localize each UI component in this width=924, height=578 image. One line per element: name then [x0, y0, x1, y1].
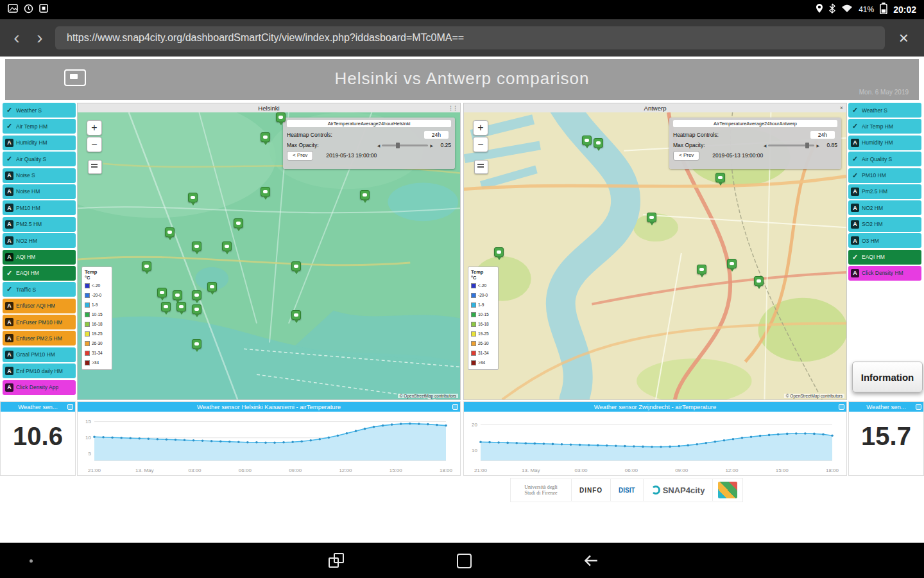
legend-item: 16-18 — [85, 319, 109, 329]
layer-button-o3-hm[interactable]: AO3 HM — [848, 233, 921, 248]
helsinki-widget-title: Helsinki — [258, 105, 279, 112]
layer-button-noise-hm[interactable]: ANoise HM — [3, 184, 76, 199]
opacity-slider-handle[interactable] — [396, 143, 400, 148]
layer-button-air-quality-s[interactable]: ✓Air Quality S — [3, 152, 76, 166]
layer-button-graal-pm10-hm[interactable]: AGraal PM10 HM — [3, 347, 76, 362]
battery-icon — [880, 3, 887, 17]
legend-item: 26-30 — [85, 338, 109, 348]
expand-icon[interactable] — [67, 404, 73, 410]
layer-button-click-density-app[interactable]: AClick Density App — [3, 380, 76, 395]
svg-text:15: 15 — [85, 419, 91, 425]
layer-button-pm2-5-hm[interactable]: APm2.5 HM — [848, 184, 921, 199]
expand-icon[interactable] — [839, 404, 844, 410]
antwerp-metric-header[interactable]: Weather sen... — [849, 402, 923, 412]
layer-button-pm2-5-hm[interactable]: APM2.5 HM — [3, 217, 76, 232]
antwerp-temperature-value: 15.7 — [849, 422, 923, 451]
slider-left-icon[interactable]: ◀ — [377, 143, 381, 148]
layer-button-enfuser-aqi-hm[interactable]: AEnfuser AQI HM — [3, 299, 76, 313]
layer-button-eaqi-hm[interactable]: ✓EAQI HM — [848, 250, 921, 265]
check-icon: ✓ — [5, 122, 13, 130]
browser-back-icon[interactable]: ‹ — [9, 25, 24, 51]
layer-button-humidity-hm[interactable]: AHumidity HM — [848, 136, 921, 150]
check-icon: ✓ — [851, 171, 859, 180]
check-icon: ✓ — [851, 155, 859, 163]
home-icon[interactable] — [457, 554, 472, 568]
heatmap-period-select[interactable]: 24h — [810, 131, 835, 139]
helsinki-chart-header[interactable]: Weather sensor Helsinki Kaisaniemi - air… — [78, 402, 460, 412]
helsinki-metric-header[interactable]: Weather sen... — [1, 402, 75, 412]
antwerp-chart-body[interactable]: 102021:0013. May03:0006:0009:0012:0015:0… — [464, 412, 846, 475]
layer-button-eaqi-hm[interactable]: ✓EAQI HM — [3, 266, 76, 281]
expand-icon[interactable] — [452, 404, 458, 410]
zoom-out-button[interactable]: − — [87, 137, 102, 152]
max-opacity-label: Max Opacity: — [673, 142, 705, 148]
expand-icon[interactable] — [916, 404, 921, 410]
layer-button-no2-hm[interactable]: ANO2 HM — [3, 233, 76, 248]
opacity-slider[interactable]: ◀ ▶ — [377, 143, 433, 148]
legend-swatch — [85, 283, 90, 288]
android-status-bar: 41% 20:02 — [0, 0, 924, 19]
check-icon: ✓ — [851, 122, 859, 130]
layers-button[interactable] — [88, 160, 102, 174]
layer-button-humidity-hm[interactable]: AHumidity HM — [3, 136, 76, 150]
information-button[interactable]: Information — [852, 362, 923, 392]
legend-title: Temp — [85, 269, 109, 275]
layer-button-traffic-s[interactable]: ✓Traffic S — [3, 282, 76, 297]
layer-button-air-quality-s[interactable]: ✓Air Quality S — [848, 152, 921, 166]
layer-button-pm10-hm[interactable]: ✓PM10 HM — [848, 168, 921, 183]
prev-button[interactable]: < Prev — [287, 151, 313, 161]
helsinki-chart-body[interactable]: 5101521:0013. May03:0006:0009:0012:0015:… — [78, 412, 460, 475]
letter-a-icon: A — [5, 334, 13, 342]
close-icon[interactable]: × — [840, 103, 843, 112]
layer-button-enf-pm10-daily-hm[interactable]: AEnf PM10 daily HM — [3, 363, 76, 378]
layer-button-noise-s[interactable]: ANoise S — [3, 168, 76, 183]
zoom-in-button[interactable]: + — [473, 120, 488, 136]
zoom-in-button[interactable]: + — [87, 120, 102, 136]
legend-swatch — [471, 360, 476, 365]
slider-right-icon[interactable]: ▶ — [430, 143, 433, 148]
dashboard-header: Helsinki vs Antwerp comparison Mon. 6 Ma… — [5, 59, 919, 100]
heatmap-period-select[interactable]: 24h — [424, 131, 449, 139]
layer-label: Weather S — [16, 107, 42, 114]
zoom-out-button[interactable]: − — [473, 137, 488, 152]
back-icon[interactable] — [583, 552, 599, 569]
opacity-slider-track[interactable] — [382, 144, 428, 146]
legend-item: 16-18 — [471, 319, 495, 329]
layer-button-aqi-hm[interactable]: AAQI HM — [3, 250, 76, 265]
legend-title: Temp — [471, 269, 495, 275]
drag-handle-icon[interactable]: ⋮⋮ — [448, 103, 457, 112]
layer-button-pm10-hm[interactable]: APM10 HM — [3, 200, 76, 215]
browser-close-icon[interactable]: × — [893, 28, 915, 48]
layer-button-enfuser-pm2-5-hm[interactable]: AEnfuser PM2.5 HM — [3, 331, 76, 346]
layer-button-click-density-hm[interactable]: AClick Density HM — [848, 266, 921, 281]
layer-label: PM10 HM — [862, 172, 886, 179]
layer-button-air-temp-hm[interactable]: ✓Air Temp HM — [3, 119, 76, 134]
layer-button-so2-hm[interactable]: ASO2 HM — [848, 217, 921, 232]
slider-right-icon[interactable]: ▶ — [816, 143, 819, 148]
antwerp-widget-header[interactable]: Antwerp × — [464, 103, 846, 112]
legend-label: -20-0 — [478, 293, 488, 297]
layer-button-weather-s[interactable]: ✓Weather S — [848, 103, 921, 118]
opacity-slider-track[interactable] — [768, 144, 814, 146]
url-field[interactable]: https://www.snap4city.org/dashboardSmart… — [55, 26, 885, 49]
browser-forward-icon[interactable]: › — [32, 25, 47, 51]
layer-label: Weather S — [862, 107, 887, 114]
opacity-slider-handle[interactable] — [805, 143, 809, 148]
layer-button-air-temp-hm[interactable]: ✓Air Temp HM — [848, 119, 921, 134]
recents-icon[interactable] — [329, 553, 344, 567]
layer-button-enfuser-pm10-hm[interactable]: AEnFuser PM10 HM — [3, 315, 76, 329]
layer-button-weather-s[interactable]: ✓Weather S — [3, 103, 76, 118]
prev-button[interactable]: < Prev — [673, 151, 699, 161]
max-opacity-label: Max Opacity: — [287, 142, 319, 148]
layer-button-no2-hm[interactable]: ANO2 HM — [848, 200, 921, 215]
legend-item: <-20 — [471, 281, 495, 290]
opacity-slider[interactable]: ◀ ▶ — [764, 143, 819, 148]
antwerp-map-widget: Antwerp × — [463, 103, 847, 400]
helsinki-widget-header[interactable]: Helsinki ⋮⋮ — [78, 103, 460, 112]
antwerp-chart-header[interactable]: Weather sensor Zwijndrecht - airTemperat… — [464, 402, 846, 412]
legend-label: 31-34 — [478, 351, 489, 355]
opacity-value: 0.25 — [436, 142, 451, 148]
layers-button[interactable] — [474, 160, 488, 174]
slider-left-icon[interactable]: ◀ — [764, 143, 767, 148]
layer-label: EnFuser PM10 HM — [16, 319, 62, 326]
